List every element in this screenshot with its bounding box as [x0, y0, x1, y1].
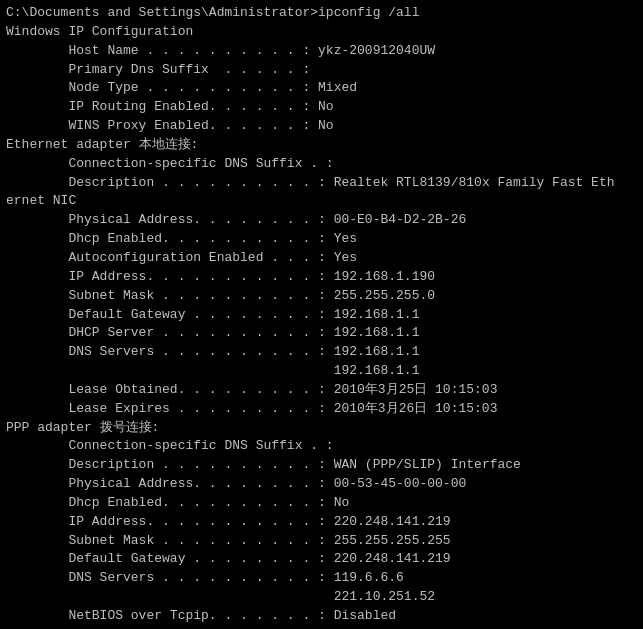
terminal-line: DNS Servers . . . . . . . . . . : 119.6.…: [6, 569, 637, 588]
terminal-line: Description . . . . . . . . . . : WAN (P…: [6, 456, 637, 475]
terminal-line: IP Address. . . . . . . . . . . : 192.16…: [6, 268, 637, 287]
terminal-line: Default Gateway . . . . . . . . : 192.16…: [6, 306, 637, 325]
terminal-line: Physical Address. . . . . . . . : 00-53-…: [6, 475, 637, 494]
terminal-line: Host Name . . . . . . . . . . : ykz-2009…: [6, 42, 637, 61]
terminal-line: Subnet Mask . . . . . . . . . . : 255.25…: [6, 532, 637, 551]
terminal-line: Connection-specific DNS Suffix . :: [6, 437, 637, 456]
terminal-line: DNS Servers . . . . . . . . . . : 192.16…: [6, 343, 637, 362]
terminal-line: IP Address. . . . . . . . . . . : 220.24…: [6, 513, 637, 532]
terminal-line: C:\Documents and Settings\Administrator>…: [6, 4, 637, 23]
terminal-line: Default Gateway . . . . . . . . : 220.24…: [6, 550, 637, 569]
terminal-line: Dhcp Enabled. . . . . . . . . . : Yes: [6, 230, 637, 249]
terminal-line: Subnet Mask . . . . . . . . . . : 255.25…: [6, 287, 637, 306]
terminal-line: NetBIOS over Tcpip. . . . . . . : Disabl…: [6, 607, 637, 626]
terminal-line: Ethernet adapter 本地连接:: [6, 136, 637, 155]
terminal-line: 192.168.1.1: [6, 362, 637, 381]
terminal-line: Lease Obtained. . . . . . . . . : 2010年3…: [6, 381, 637, 400]
terminal-line: Windows IP Configuration: [6, 23, 637, 42]
terminal-line: Autoconfiguration Enabled . . . : Yes: [6, 249, 637, 268]
terminal-line: Description . . . . . . . . . . : Realte…: [6, 174, 637, 193]
terminal-line: PPP adapter 拨号连接:: [6, 419, 637, 438]
terminal-line: WINS Proxy Enabled. . . . . . : No: [6, 117, 637, 136]
terminal-line: ernet NIC: [6, 192, 637, 211]
terminal-line: Dhcp Enabled. . . . . . . . . . : No: [6, 494, 637, 513]
terminal-line: Lease Expires . . . . . . . . . : 2010年3…: [6, 400, 637, 419]
terminal-line: IP Routing Enabled. . . . . . : No: [6, 98, 637, 117]
terminal-line: Connection-specific DNS Suffix . :: [6, 155, 637, 174]
terminal-line: Node Type . . . . . . . . . . : Mixed: [6, 79, 637, 98]
terminal-line: 221.10.251.52: [6, 588, 637, 607]
terminal-line: Primary Dns Suffix . . . . . :: [6, 61, 637, 80]
terminal-line: DHCP Server . . . . . . . . . . : 192.16…: [6, 324, 637, 343]
terminal-window: C:\Documents and Settings\Administrator>…: [0, 0, 643, 629]
terminal-line: Physical Address. . . . . . . . : 00-E0-…: [6, 211, 637, 230]
